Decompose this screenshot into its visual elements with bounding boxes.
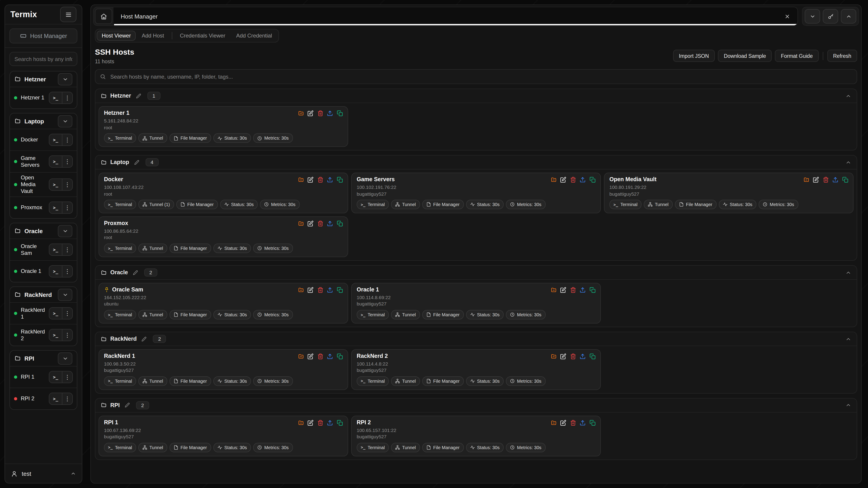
- chip-file[interactable]: File Manager: [422, 443, 464, 452]
- folder-minus-icon[interactable]: [298, 177, 304, 183]
- chip-activity[interactable]: Status: 30s: [466, 310, 504, 320]
- chip-terminal[interactable]: >_ Terminal: [104, 310, 136, 320]
- copy-icon[interactable]: [589, 177, 595, 183]
- upload-icon[interactable]: [327, 221, 333, 227]
- chip-file[interactable]: File Manager: [176, 200, 218, 209]
- sidebar-host-item[interactable]: RPI 2 >_ ⋮: [10, 388, 77, 410]
- upload-icon[interactable]: [327, 177, 333, 183]
- chip-activity[interactable]: Status: 30s: [220, 200, 258, 209]
- chip-file[interactable]: File Manager: [675, 200, 717, 209]
- copy-icon[interactable]: [842, 177, 848, 183]
- copy-icon[interactable]: [337, 221, 343, 227]
- tab-host-manager[interactable]: Host Manager: [114, 7, 798, 25]
- chip-tunnel[interactable]: Tunnel (1): [138, 200, 174, 209]
- tab-add-host[interactable]: Add Host: [137, 31, 169, 41]
- rename-folder-icon[interactable]: [142, 336, 147, 341]
- edit-icon[interactable]: [307, 177, 313, 183]
- copy-icon[interactable]: [337, 177, 343, 183]
- folder-collapse-button[interactable]: [58, 289, 72, 301]
- format-guide-button[interactable]: Format Guide: [775, 50, 819, 62]
- chip-tunnel[interactable]: Tunnel: [138, 377, 167, 386]
- upload-icon[interactable]: [580, 177, 586, 183]
- chip-terminal[interactable]: >_ Terminal: [104, 443, 136, 452]
- chip-activity[interactable]: Status: 30s: [466, 200, 504, 209]
- chip-activity[interactable]: Status: 30s: [213, 443, 251, 452]
- trash-icon[interactable]: [823, 177, 829, 183]
- rename-folder-icon[interactable]: [134, 160, 139, 165]
- chip-terminal[interactable]: >_ Terminal: [104, 133, 136, 143]
- host-menu-button[interactable]: ⋮: [62, 371, 72, 383]
- copy-icon[interactable]: [337, 420, 343, 426]
- edit-icon[interactable]: [813, 177, 819, 183]
- trash-icon[interactable]: [317, 177, 323, 183]
- chip-activity[interactable]: Status: 30s: [213, 377, 251, 386]
- chip-file[interactable]: File Manager: [169, 243, 211, 253]
- upload-icon[interactable]: [580, 353, 586, 359]
- section-collapse-icon[interactable]: [845, 336, 851, 342]
- chip-clock[interactable]: Metrics: 30s: [253, 377, 293, 386]
- sidebar-host-item[interactable]: Oracle 1 >_ ⋮: [10, 260, 77, 282]
- chip-tunnel[interactable]: Tunnel: [391, 200, 420, 209]
- chip-terminal[interactable]: >_ Terminal: [104, 200, 136, 209]
- sidebar-host-item[interactable]: Oracle Sam >_ ⋮: [10, 238, 77, 260]
- chip-tunnel[interactable]: Tunnel: [138, 243, 167, 253]
- host-search-input[interactable]: [110, 73, 852, 80]
- host-menu-button[interactable]: ⋮: [62, 202, 72, 213]
- folder-minus-icon[interactable]: [803, 177, 809, 183]
- host-menu-button[interactable]: ⋮: [62, 266, 72, 277]
- upload-icon[interactable]: [580, 287, 586, 293]
- chip-tunnel[interactable]: Tunnel: [138, 310, 167, 320]
- chip-file[interactable]: File Manager: [169, 443, 211, 452]
- section-collapse-icon[interactable]: [845, 93, 851, 99]
- edit-icon[interactable]: [560, 287, 566, 293]
- copy-icon[interactable]: [589, 353, 595, 359]
- folder-minus-icon[interactable]: [298, 287, 304, 293]
- folder-minus-icon[interactable]: [298, 110, 304, 117]
- sidebar-host-item[interactable]: Docker >_ ⋮: [10, 129, 77, 151]
- folder-minus-icon[interactable]: [550, 177, 557, 183]
- upload-icon[interactable]: [327, 420, 333, 426]
- trash-icon[interactable]: [570, 353, 576, 359]
- copy-icon[interactable]: [337, 353, 343, 359]
- host-menu-button[interactable]: ⋮: [62, 179, 72, 190]
- terminal-button[interactable]: >_: [49, 371, 62, 383]
- hamburger-menu-button[interactable]: [60, 7, 76, 22]
- upload-icon[interactable]: [832, 177, 838, 183]
- sidebar-host-item[interactable]: Open Media Vault >_ ⋮: [10, 172, 77, 197]
- chip-terminal[interactable]: >_ Terminal: [357, 377, 389, 386]
- download-sample-button[interactable]: Download Sample: [718, 50, 772, 62]
- sidebar-host-item[interactable]: Proxmox >_ ⋮: [10, 197, 77, 218]
- tab-host-viewer[interactable]: Host Viewer: [97, 31, 136, 41]
- sidebar-host-item[interactable]: Hetzner 1 >_ ⋮: [10, 87, 77, 108]
- terminal-button[interactable]: >_: [49, 266, 62, 277]
- edit-icon[interactable]: [560, 353, 566, 359]
- chip-clock[interactable]: Metrics: 30s: [260, 200, 300, 209]
- chip-terminal[interactable]: >_ Terminal: [610, 200, 642, 209]
- chip-activity[interactable]: Status: 30s: [719, 200, 756, 209]
- chip-tunnel[interactable]: Tunnel: [391, 310, 420, 320]
- chip-terminal[interactable]: >_ Terminal: [357, 200, 389, 209]
- host-menu-button[interactable]: ⋮: [62, 156, 72, 167]
- chip-clock[interactable]: Metrics: 30s: [506, 443, 546, 452]
- terminal-button[interactable]: >_: [49, 92, 62, 103]
- edit-icon[interactable]: [307, 287, 313, 293]
- refresh-button[interactable]: Refresh: [827, 50, 857, 62]
- chip-tunnel[interactable]: Tunnel: [138, 133, 167, 143]
- copy-icon[interactable]: [337, 287, 343, 293]
- upload-icon[interactable]: [327, 353, 333, 359]
- host-menu-button[interactable]: ⋮: [62, 92, 72, 103]
- panel-down-button[interactable]: [805, 9, 820, 24]
- chip-tunnel[interactable]: Tunnel: [138, 443, 167, 452]
- chip-tunnel[interactable]: Tunnel: [391, 377, 420, 386]
- terminal-button[interactable]: >_: [49, 179, 62, 190]
- host-menu-button[interactable]: ⋮: [62, 244, 72, 255]
- section-collapse-icon[interactable]: [845, 269, 851, 275]
- folder-minus-icon[interactable]: [298, 221, 304, 227]
- chip-clock[interactable]: Metrics: 30s: [253, 443, 293, 452]
- chip-tunnel[interactable]: Tunnel: [391, 443, 420, 452]
- terminal-button[interactable]: >_: [49, 308, 62, 319]
- user-menu[interactable]: test: [5, 464, 82, 483]
- chip-clock[interactable]: Metrics: 30s: [253, 133, 293, 143]
- chip-file[interactable]: File Manager: [169, 310, 211, 320]
- sidebar-host-item[interactable]: RPI 1 >_ ⋮: [10, 366, 77, 388]
